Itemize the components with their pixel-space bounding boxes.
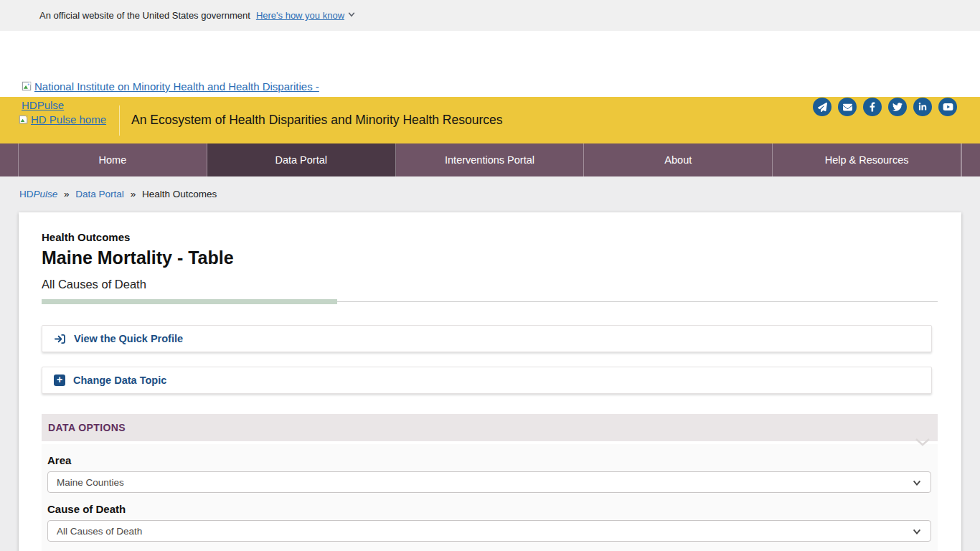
- page-title: Maine Mortality - Table: [42, 248, 938, 268]
- cause-of-death-select[interactable]: All Causes of Death: [47, 520, 931, 542]
- heres-how-link[interactable]: Here's how you know: [256, 10, 344, 21]
- hero-home-label: HD Pulse home: [31, 113, 106, 126]
- eyebrow-heading: Health Outcomes: [42, 231, 938, 243]
- view-quick-profile-button[interactable]: View the Quick Profile: [42, 325, 932, 352]
- chevron-down-icon: [912, 478, 922, 490]
- nav-spacer: [0, 143, 19, 176]
- breadcrumb-separator: »: [131, 189, 136, 199]
- nav-tab-home[interactable]: Home: [19, 143, 207, 176]
- nav-tab-data-portal[interactable]: Data Portal: [207, 143, 396, 176]
- twitter-icon[interactable]: [888, 98, 907, 116]
- nav-tab-about[interactable]: About: [584, 143, 773, 176]
- gov-banner-text: An official website of the United States…: [39, 10, 250, 21]
- site-header: National Institute on Minority Health an…: [0, 31, 980, 97]
- social-icons-row: [813, 98, 957, 116]
- breadcrumb-hd: HD: [19, 189, 34, 199]
- nav-tab-interventions-portal[interactable]: Interventions Portal: [396, 143, 585, 176]
- chevron-down-icon: [915, 436, 930, 449]
- area-label: Area: [47, 454, 931, 466]
- cause-of-death-select-value: All Causes of Death: [57, 526, 142, 537]
- page-subtitle: All Causes of Death: [42, 278, 938, 291]
- breadcrumb: HDPulse » Data Portal » Health Outcomes: [0, 176, 980, 212]
- breadcrumb-data-portal-link[interactable]: Data Portal: [75, 189, 124, 199]
- area-select-value: Maine Counties: [57, 477, 124, 488]
- breadcrumb-current: Health Outcomes: [142, 189, 217, 199]
- data-options-header[interactable]: DATA OPTIONS: [42, 414, 938, 441]
- breadcrumb-hdpulse-link[interactable]: HDPulse: [19, 189, 57, 199]
- data-options-panel: Area Maine Counties Cause of Death All C…: [42, 444, 938, 551]
- linkedin-icon[interactable]: [913, 98, 932, 116]
- rule-green-bar: [42, 299, 337, 304]
- email-icon[interactable]: [838, 98, 857, 116]
- broken-image-icon: [19, 115, 29, 127]
- govdelivery-icon[interactable]: [813, 98, 831, 116]
- change-data-topic-label: Change Data Topic: [73, 375, 166, 386]
- breadcrumb-pulse: Pulse: [34, 189, 58, 199]
- content-card: Health Outcomes Maine Mortality - Table …: [19, 212, 961, 551]
- area-select[interactable]: Maine Counties: [47, 471, 931, 493]
- data-options-title: DATA OPTIONS: [48, 422, 126, 433]
- youtube-icon[interactable]: [938, 98, 957, 116]
- facebook-icon[interactable]: [863, 98, 882, 116]
- gov-banner: An official website of the United States…: [0, 0, 980, 31]
- nimhd-logo-link[interactable]: National Institute on Minority Health an…: [22, 78, 337, 114]
- breadcrumb-separator: »: [64, 189, 70, 199]
- cause-of-death-label: Cause of Death: [47, 503, 931, 515]
- nav-tab-help-resources[interactable]: Help & Resources: [773, 143, 961, 176]
- broken-image-icon: [22, 80, 32, 97]
- title-rule: [42, 299, 938, 305]
- hd-pulse-home-link[interactable]: HD Pulse home: [19, 113, 106, 127]
- plus-square-icon: +: [54, 375, 65, 386]
- nav-spacer: [961, 143, 980, 176]
- hero-tagline: An Ecosystem of Health Disparities and M…: [131, 113, 502, 128]
- main-nav: Home Data Portal Interventions Portal Ab…: [0, 143, 980, 176]
- view-quick-profile-label: View the Quick Profile: [74, 333, 183, 344]
- sign-in-icon: [54, 334, 66, 344]
- chevron-down-icon: [912, 527, 922, 539]
- chevron-down-icon: [347, 10, 356, 21]
- change-data-topic-button[interactable]: + Change Data Topic: [42, 367, 932, 394]
- logo-alt-text: National Institute on Minority Health an…: [22, 80, 319, 111]
